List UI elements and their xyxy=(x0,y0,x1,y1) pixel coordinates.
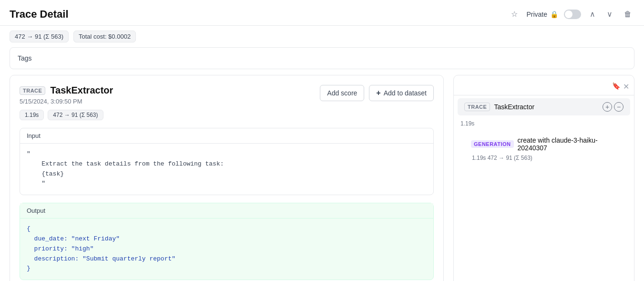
trace-actions: Add score + Add to dataset xyxy=(320,85,434,101)
collapse-button[interactable]: − xyxy=(614,102,624,112)
input-label: Input xyxy=(20,128,433,144)
cost-meta: Total cost: $0.0002 xyxy=(73,31,136,42)
add-score-label: Add score xyxy=(327,89,357,97)
plus-icon: + xyxy=(605,103,609,111)
output-content: { due_date: "next Friday" priority: "hig… xyxy=(20,219,433,280)
tags-label: Tags xyxy=(18,54,32,62)
star-button[interactable]: ☆ xyxy=(508,8,521,21)
trace-timestamp: 5/15/2024, 3:09:50 PM xyxy=(20,98,113,105)
trace-name: TaskExtractor xyxy=(50,85,113,96)
input-content: " Extract the task details from the foll… xyxy=(20,144,433,195)
right-trace-badge: TRACE xyxy=(464,103,490,111)
right-panel: 🔖 ✕ TRACE TaskExtractor + − 1.19s GENERA… xyxy=(453,75,634,281)
generation-row: GENERATION create with claude-3-haiku-20… xyxy=(465,133,630,165)
trace-name-row: TRACE TaskExtractor xyxy=(20,85,113,96)
plus-icon: + xyxy=(376,89,380,97)
private-label: Private 🔒 xyxy=(526,10,558,18)
generation-meta: 1.19s 472 → 91 (Σ 563) xyxy=(471,154,624,161)
right-trace-left: TRACE TaskExtractor xyxy=(464,103,534,111)
minus-icon: − xyxy=(617,103,621,111)
delete-button[interactable]: 🗑 xyxy=(621,8,634,21)
star-icon: ☆ xyxy=(511,10,518,19)
chevron-up-icon: ∧ xyxy=(590,10,595,19)
right-trace-meta: 1.19s xyxy=(454,118,634,129)
add-dataset-label: Add to dataset xyxy=(384,89,427,97)
output-box: Output { due_date: "next Friday" priorit… xyxy=(20,203,434,280)
output-label: Output xyxy=(20,203,433,219)
trace-badge: TRACE xyxy=(20,86,45,95)
header-actions: ☆ Private 🔒 ∧ ∨ 🗑 xyxy=(508,8,634,21)
trace-tokens-badge: 472 → 91 (Σ 563) xyxy=(48,110,103,120)
generation-name: create with claude-3-haiku-20240307 xyxy=(518,136,624,152)
right-panel-header: 🔖 ✕ xyxy=(454,80,634,95)
tags-section: Tags xyxy=(10,47,634,69)
input-box: Input " Extract the task details from th… xyxy=(20,128,434,195)
meta-bar: 472 → 91 (Σ 563) Total cost: $0.0002 xyxy=(0,26,644,47)
bookmark-icon: 🔖 xyxy=(612,82,620,91)
add-score-button[interactable]: Add score xyxy=(320,85,364,101)
chevron-down-icon: ∨ xyxy=(607,10,613,19)
right-trace-row: TRACE TaskExtractor + − xyxy=(458,98,630,115)
private-text: Private xyxy=(526,10,547,18)
right-trace-actions: + − xyxy=(603,102,624,112)
expand-button[interactable]: + xyxy=(603,102,612,112)
trace-duration-badge: 1.19s xyxy=(20,110,44,120)
trace-title-area: TRACE TaskExtractor 5/15/2024, 3:09:50 P… xyxy=(20,85,113,120)
right-trace-name: TaskExtractor xyxy=(494,103,534,111)
main-content: TRACE TaskExtractor 5/15/2024, 3:09:50 P… xyxy=(0,75,644,281)
generation-badge: GENERATION xyxy=(471,140,514,148)
tokens-meta: 472 → 91 (Σ 563) xyxy=(10,31,69,42)
trace-badges: 1.19s 472 → 91 (Σ 563) xyxy=(20,110,113,120)
trace-panel: TRACE TaskExtractor 5/15/2024, 3:09:50 P… xyxy=(10,75,444,281)
page-header: Trace Detail ☆ Private 🔒 ∧ ∨ 🗑 xyxy=(0,0,644,26)
add-to-dataset-button[interactable]: + Add to dataset xyxy=(369,85,434,101)
private-toggle[interactable] xyxy=(564,10,581,19)
chevron-down-button[interactable]: ∨ xyxy=(604,8,615,21)
lock-icon: 🔒 xyxy=(550,10,558,18)
close-icon[interactable]: ✕ xyxy=(623,82,629,91)
trace-header: TRACE TaskExtractor 5/15/2024, 3:09:50 P… xyxy=(20,85,434,120)
chevron-up-button[interactable]: ∧ xyxy=(587,8,598,21)
page-title: Trace Detail xyxy=(10,8,69,21)
trash-icon: 🗑 xyxy=(624,10,632,19)
